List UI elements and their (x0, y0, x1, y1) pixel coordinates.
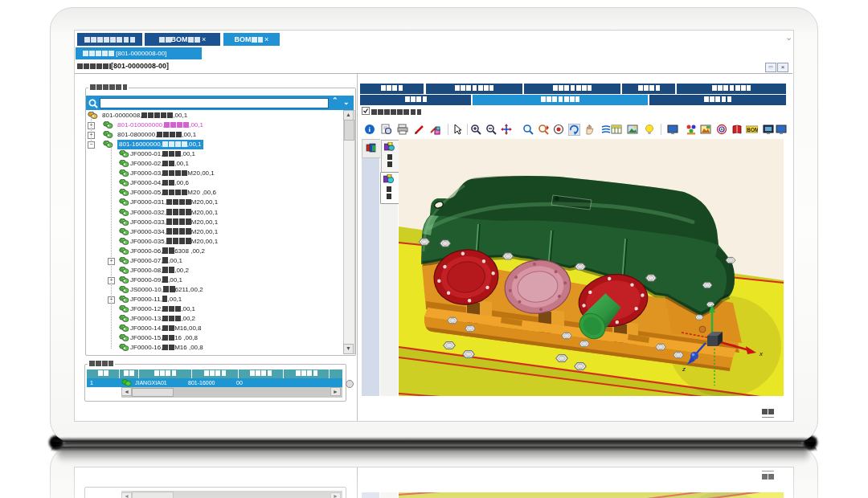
svg-text:BOM: BOM (747, 127, 758, 133)
svg-text:z: z (682, 365, 686, 373)
